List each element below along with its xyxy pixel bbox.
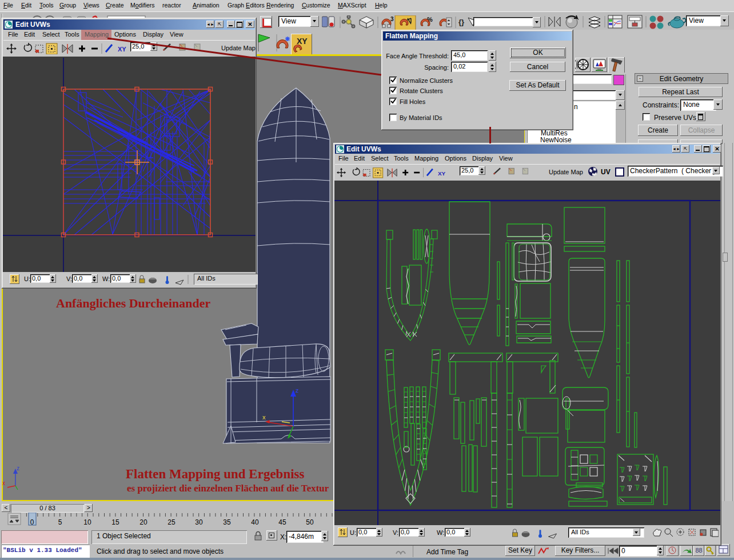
svg-text:10: 10 (83, 518, 91, 526)
svg-text:30: 30 (195, 518, 203, 526)
svg-text:20: 20 (139, 518, 147, 526)
svg-text:XY: XY (438, 170, 446, 177)
svg-text:z: z (296, 387, 299, 394)
svg-text:z: z (17, 465, 19, 471)
svg-text:45: 45 (278, 518, 286, 526)
svg-text:UV: UV (601, 168, 611, 176)
svg-text:40: 40 (251, 518, 259, 526)
svg-text:25: 25 (167, 518, 175, 526)
svg-text:50: 50 (306, 518, 314, 526)
svg-text:x: x (262, 414, 266, 421)
svg-text:0: 0 (30, 518, 34, 526)
svg-text:5: 5 (58, 518, 62, 526)
svg-text:35: 35 (223, 518, 231, 526)
svg-text:XY: XY (118, 46, 126, 53)
svg-text:15: 15 (111, 518, 119, 526)
svg-text:x: x (2, 480, 5, 486)
